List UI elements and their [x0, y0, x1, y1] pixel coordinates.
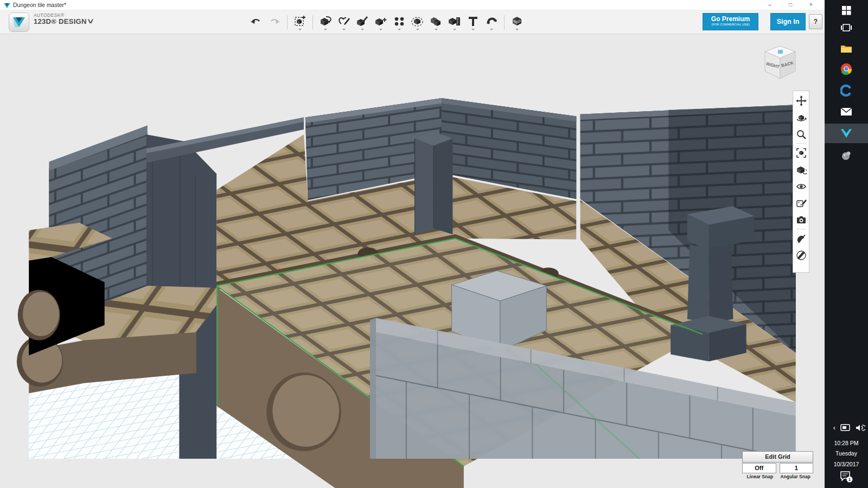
clock-time: 10:28 PM — [825, 438, 868, 448]
clock-day: Tuesday — [825, 448, 868, 459]
brand-text: AUTODESK® 123D® DESIGN — [34, 13, 87, 25]
go-premium-label: Go Premium — [703, 15, 758, 23]
mail-app-icon[interactable] — [825, 104, 868, 119]
windows-taskbar: ‹ 10:28 PM Tuesday 10/3/2017 1 — [825, 0, 868, 488]
redo-button[interactable] — [265, 14, 284, 31]
view-cube[interactable]: RIGHT BACK — [762, 45, 799, 86]
construct-tool-button[interactable] — [353, 14, 372, 31]
visibility-icon[interactable] — [794, 178, 808, 195]
scene-svg — [0, 34, 825, 488]
chrome-icon[interactable] — [825, 61, 868, 77]
combine-tool-button[interactable] — [427, 14, 445, 31]
hide-sketches-icon[interactable] — [794, 195, 808, 211]
taskbar-clock[interactable]: 10:28 PM Tuesday 10/3/2017 — [825, 438, 868, 470]
3d-viewport[interactable]: RIGHT BACK — [0, 34, 825, 488]
navigation-palette — [793, 91, 809, 273]
angular-snap-label: Angular Snap — [778, 474, 814, 479]
linear-snap-input[interactable]: Off — [742, 463, 776, 473]
zoom-icon[interactable] — [794, 126, 808, 143]
help-button[interactable]: ? — [809, 14, 822, 29]
toolbar-separator — [504, 15, 505, 29]
sketch-tool-button[interactable] — [335, 14, 353, 31]
app-window: Dungeon tile master* – □ × AUTODESK® 123… — [0, 0, 825, 488]
insert-button[interactable] — [291, 14, 309, 31]
material-tool-button[interactable] — [508, 14, 526, 31]
outline-off-icon[interactable] — [794, 247, 808, 264]
edit-grid-button[interactable]: Edit Grid — [742, 451, 813, 463]
minimize-button[interactable]: – — [763, 0, 777, 9]
snap-tool-button[interactable] — [482, 14, 501, 31]
sign-in-button[interactable]: Sign In — [770, 13, 806, 30]
pattern-tool-button[interactable] — [390, 14, 409, 31]
undo-button[interactable] — [247, 14, 265, 31]
palette-separator — [796, 143, 806, 144]
linear-snap-label: Linear Snap — [742, 474, 778, 479]
titlebar: Dungeon tile master* – □ × — [0, 0, 825, 10]
fit-icon[interactable] — [794, 144, 808, 161]
grouping-tool-button[interactable] — [409, 14, 427, 31]
toolbar-separator — [312, 15, 313, 29]
modify-tool-button[interactable] — [372, 14, 390, 31]
go-premium-button[interactable]: Go Premium (FOR COMMERCIAL USE) — [703, 13, 758, 30]
toolbar-separator — [287, 15, 288, 29]
close-button[interactable]: × — [804, 0, 818, 9]
app-icon-7[interactable] — [825, 147, 868, 164]
material-off-icon[interactable] — [794, 230, 808, 247]
screenshot-icon[interactable] — [794, 211, 808, 228]
pan-icon[interactable] — [794, 92, 808, 109]
brand-line-2: 123D® DESIGN — [34, 18, 87, 25]
window-title: Dungeon tile master* — [13, 2, 66, 8]
measure-tool-button[interactable] — [445, 14, 464, 31]
orbit-icon[interactable] — [794, 109, 808, 126]
action-center-icon[interactable]: 1 — [825, 471, 868, 484]
transform-tool-button[interactable] — [316, 14, 335, 31]
edit-grid-panel: Edit Grid Off 1 Linear Snap Angular Snap — [742, 451, 813, 479]
notification-badge: 1 — [848, 477, 851, 482]
autodesk-logo-icon[interactable] — [9, 12, 29, 32]
task-view-button[interactable] — [825, 21, 868, 35]
file-explorer-icon[interactable] — [825, 41, 868, 56]
palette-separator — [796, 229, 806, 229]
pillar-center[interactable] — [415, 131, 453, 234]
tray-volume-icon[interactable] — [839, 423, 868, 433]
view-settings-icon[interactable] — [794, 161, 808, 178]
text-tool-button[interactable] — [464, 14, 482, 31]
blue-c-app-icon[interactable] — [825, 82, 868, 99]
123d-design-taskbar-icon[interactable] — [825, 125, 868, 142]
brand-menu-chevron-icon[interactable]: ∨ — [86, 17, 94, 25]
view-cube-home-icon — [778, 50, 783, 54]
maximize-button[interactable]: □ — [783, 0, 797, 9]
go-premium-sublabel: (FOR COMMERCIAL USE) — [703, 23, 758, 26]
start-button[interactable] — [825, 3, 868, 17]
clock-date: 10/3/2017 — [825, 459, 868, 470]
main-toolbar: AUTODESK® 123D® DESIGN ∨ — [0, 10, 825, 34]
angular-snap-input[interactable]: 1 — [780, 463, 814, 473]
